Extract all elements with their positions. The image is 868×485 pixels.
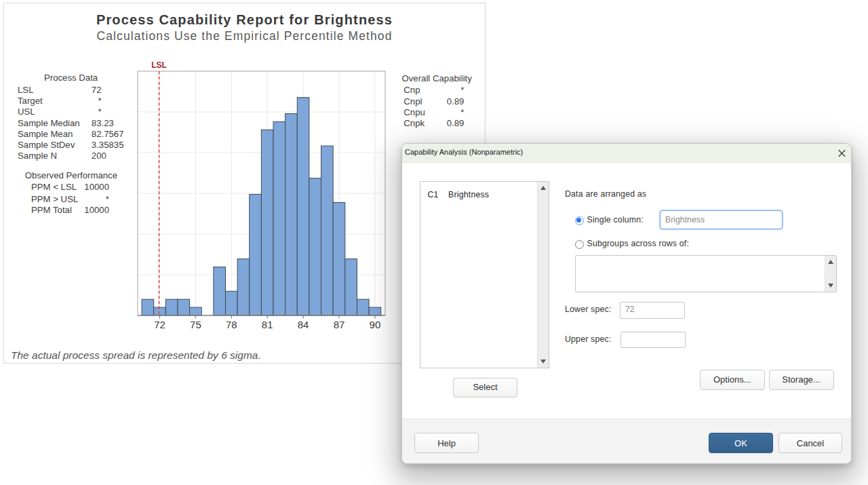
svg-text:78: 78	[226, 319, 237, 330]
svg-text:87: 87	[334, 319, 345, 330]
svg-text:90: 90	[370, 319, 381, 330]
svg-text:LSL: LSL	[151, 60, 167, 70]
svg-text:81: 81	[262, 319, 273, 330]
svg-text:75: 75	[190, 319, 201, 330]
svg-text:84: 84	[298, 319, 309, 330]
svg-text:72: 72	[154, 319, 165, 330]
